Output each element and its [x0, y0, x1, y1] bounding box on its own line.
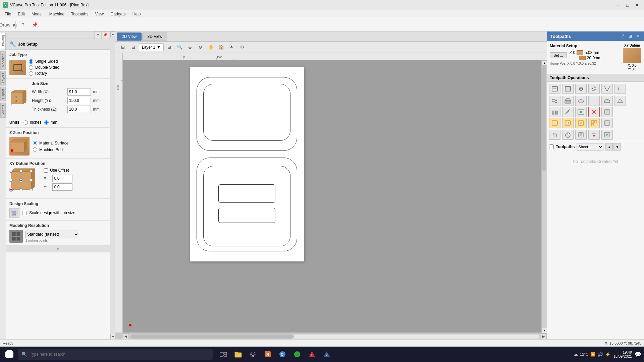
- tab-clipart[interactable]: Clipart: [0, 87, 6, 101]
- scroll-right-btn[interactable]: ▶: [541, 334, 547, 340]
- task-view-btn[interactable]: [217, 348, 229, 360]
- toolbar-help[interactable]: ?: [18, 20, 29, 30]
- tp-v-carve-btn[interactable]: [601, 84, 613, 94]
- radio-double-sided[interactable]: Double Sided: [29, 65, 59, 70]
- tab-2d-view[interactable]: 2D View: [117, 33, 142, 41]
- tp-finger-btn[interactable]: [549, 130, 560, 140]
- menu-edit[interactable]: Edit: [14, 11, 28, 17]
- right-panel-help[interactable]: ?: [620, 33, 626, 39]
- layer-selector[interactable]: Layer 1 ▼: [139, 43, 164, 51]
- h-scrollbar[interactable]: ◀ ▶: [123, 333, 547, 339]
- resolution-select[interactable]: Standard (fastest) High Very High Maximu…: [25, 231, 79, 238]
- radio-mm[interactable]: mm: [44, 120, 57, 125]
- scroll-down-arrow[interactable]: ▼: [542, 328, 547, 333]
- tab-layers[interactable]: Layers: [0, 71, 6, 85]
- scroll-up-arrow[interactable]: ▲: [542, 60, 547, 66]
- menu-file[interactable]: File: [1, 11, 14, 17]
- tp-thread-btn[interactable]: [588, 84, 600, 94]
- sheet-select[interactable]: Sheet 1: [577, 143, 603, 150]
- panel-help-btn[interactable]: ?: [94, 32, 102, 39]
- tp-move-down-btn[interactable]: ▼: [613, 143, 621, 150]
- tp-save-tiles-btn[interactable]: [588, 118, 600, 128]
- radio-double-sided-input[interactable]: [29, 65, 33, 70]
- tp-simulate-btn[interactable]: [575, 107, 587, 117]
- view-fit-sel-btn[interactable]: ⊟: [128, 43, 138, 52]
- battery-icon[interactable]: ⚡: [605, 352, 611, 357]
- tab-modeling[interactable]: Modeling: [0, 51, 6, 70]
- app4-btn[interactable]: F: [306, 348, 318, 360]
- scroll-down-btn[interactable]: ▼: [110, 334, 116, 339]
- tab-sheets[interactable]: Sheets: [0, 103, 6, 118]
- tp-drilling-btn[interactable]: [575, 84, 587, 94]
- width-input[interactable]: [67, 88, 91, 96]
- tp-profile-btn[interactable]: [549, 84, 560, 94]
- menu-help[interactable]: Help: [129, 11, 144, 17]
- tp-texture-btn[interactable]: [549, 96, 560, 106]
- tp-delete-btn[interactable]: [588, 107, 600, 117]
- tp-timer-btn[interactable]: [562, 130, 574, 140]
- v-scroll-thumb[interactable]: [542, 66, 546, 171]
- menu-gadgets[interactable]: Gadgets: [107, 11, 129, 17]
- tp-post-process-btn[interactable]: [601, 130, 613, 140]
- y-input[interactable]: [52, 183, 72, 191]
- zoom-box-btn[interactable]: 🔍: [175, 43, 184, 52]
- tp-moulding-btn[interactable]: [601, 96, 613, 106]
- maximize-button[interactable]: □: [623, 2, 632, 8]
- snap-grid-btn[interactable]: ⊞: [165, 43, 174, 52]
- tp-3d-finish-btn[interactable]: [575, 96, 587, 106]
- menu-view[interactable]: View: [92, 11, 107, 17]
- tp-prism-btn[interactable]: [614, 96, 626, 106]
- tp-engraving-btn[interactable]: I: [614, 84, 626, 94]
- vcarve-app-btn[interactable]: V: [321, 348, 333, 360]
- radio-inches[interactable]: inches: [23, 120, 42, 125]
- menu-toolpaths[interactable]: Toolpaths: [68, 11, 92, 17]
- radio-material-surface-input[interactable]: [33, 141, 37, 145]
- toolbar-pin[interactable]: 📌: [29, 20, 40, 30]
- menu-machine[interactable]: Machine: [46, 11, 68, 17]
- toolbar-drawing[interactable]: Drawing: [3, 20, 13, 30]
- start-button[interactable]: [3, 348, 16, 361]
- tp-calc-btn[interactable]: Σ: [601, 107, 613, 117]
- x-input[interactable]: [52, 175, 72, 182]
- right-panel-expand[interactable]: ⊞: [627, 33, 633, 39]
- settings-btn[interactable]: [247, 348, 259, 360]
- clock[interactable]: 19:49 18/09/2021: [613, 350, 632, 358]
- tp-fluting-btn[interactable]: [588, 96, 600, 106]
- h-scroll-thumb[interactable]: [130, 335, 294, 339]
- radio-mm-input[interactable]: [44, 120, 49, 125]
- tp-save-all-btn[interactable]: [549, 118, 560, 128]
- radio-machine-bed-input[interactable]: [33, 147, 37, 152]
- scroll-left-btn[interactable]: ◀: [123, 334, 129, 340]
- view-fit-btn[interactable]: ⊞: [118, 43, 127, 52]
- network-icon[interactable]: 🔼: [590, 352, 595, 357]
- tp-edit-btn[interactable]: [562, 107, 574, 117]
- radio-material-surface[interactable]: Material Surface: [33, 141, 68, 145]
- right-panel-close[interactable]: ✕: [635, 33, 641, 39]
- search-bar[interactable]: 🔍: [18, 349, 213, 360]
- h-scroll-track[interactable]: [130, 335, 539, 339]
- radio-single-sided[interactable]: Single Sided: [29, 59, 59, 64]
- toggle-preview-btn[interactable]: 👁: [227, 43, 236, 52]
- tab-drawing[interactable]: Drawing: [0, 33, 6, 50]
- tab-3d-view[interactable]: 3D View: [142, 33, 167, 41]
- view-all-btn[interactable]: 🏠: [217, 43, 226, 52]
- canvas-viewport[interactable]: [123, 60, 547, 333]
- pan-btn[interactable]: ✋: [206, 43, 216, 52]
- search-input[interactable]: [30, 352, 209, 357]
- tp-save-selected-btn[interactable]: [575, 118, 587, 128]
- notification-btn[interactable]: 💬: [635, 351, 641, 358]
- zoom-in-btn[interactable]: ⊕: [185, 43, 195, 52]
- tp-settings-btn[interactable]: [588, 130, 600, 140]
- radio-inches-input[interactable]: [23, 120, 28, 125]
- zoom-out-btn[interactable]: ⊖: [196, 43, 205, 52]
- scale-checkbox[interactable]: [22, 211, 26, 215]
- toolpaths-checkbox[interactable]: [549, 144, 554, 149]
- radio-rotary[interactable]: Rotary: [29, 71, 59, 76]
- radio-machine-bed[interactable]: Machine Bed: [33, 147, 68, 152]
- tp-report-btn[interactable]: [575, 130, 587, 140]
- thickness-input[interactable]: [67, 106, 91, 113]
- panel-pin-btn[interactable]: 📌: [102, 32, 109, 39]
- minimize-button[interactable]: ─: [614, 2, 623, 8]
- view-settings-btn[interactable]: ⚙: [237, 43, 247, 52]
- file-explorer-btn[interactable]: [232, 348, 244, 360]
